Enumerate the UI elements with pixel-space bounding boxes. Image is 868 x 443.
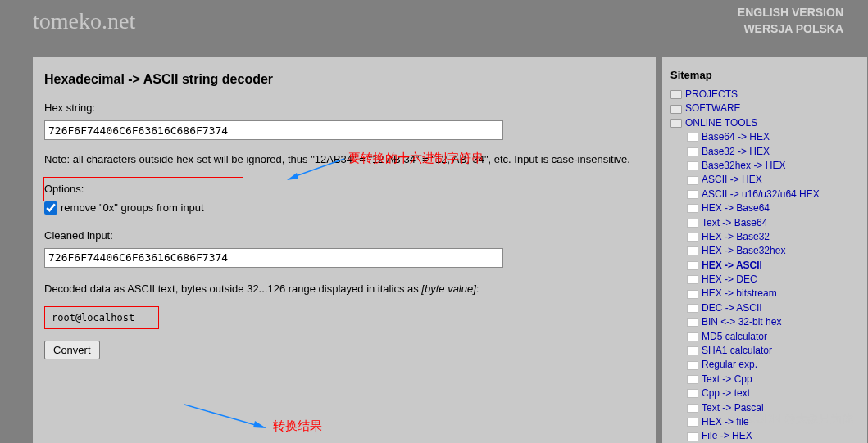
page-icon bbox=[687, 190, 698, 199]
cleaned-input-label: Cleaned input: bbox=[44, 229, 644, 242]
sitemap-tool-link[interactable]: Cpp -> text bbox=[702, 386, 750, 400]
sitemap-tool-link[interactable]: ASCII -> u16/u32/u64 HEX bbox=[702, 188, 820, 201]
page-icon bbox=[687, 332, 698, 341]
options-label: Options: bbox=[44, 183, 644, 195]
page-title: Hexadecimal -> ASCII string decoder bbox=[44, 72, 644, 87]
remove-0x-label: remove "0x" groups from input bbox=[61, 201, 204, 214]
convert-button[interactable]: Convert bbox=[44, 341, 100, 359]
sitemap-tool-link[interactable]: HEX -> bitstream bbox=[702, 287, 777, 301]
sitemap-tool-link[interactable]: Regular exp. bbox=[702, 358, 757, 372]
folder-icon bbox=[670, 105, 682, 114]
remove-0x-checkbox[interactable] bbox=[44, 201, 57, 215]
sitemap-tool-link[interactable]: ASCII -> HEX bbox=[702, 173, 762, 187]
sitemap-tool-link[interactable]: BIN <-> 32-bit hex bbox=[702, 315, 781, 329]
sitemap-top-link[interactable]: SOFTWARE bbox=[685, 102, 741, 115]
sitemap-tool-link[interactable]: DEC -> ASCII bbox=[702, 301, 762, 315]
cleaned-input[interactable] bbox=[44, 248, 503, 268]
sitemap-tool-link[interactable]: HEX -> Base64 bbox=[702, 201, 770, 215]
page-icon bbox=[687, 246, 698, 255]
sitemap-tool-link[interactable]: SHA1 calculator bbox=[702, 344, 772, 358]
folder-icon bbox=[670, 90, 682, 99]
site-logo[interactable]: tomeko.net bbox=[33, 8, 135, 34]
page-icon bbox=[687, 404, 698, 413]
annotation-arrow-2-icon bbox=[184, 401, 266, 430]
page-icon bbox=[687, 133, 698, 142]
page-icon bbox=[687, 147, 698, 156]
hex-string-input[interactable] bbox=[44, 120, 503, 140]
page-icon bbox=[687, 176, 698, 185]
page-icon bbox=[687, 275, 698, 284]
annotation-text-2: 转换结果 bbox=[273, 418, 322, 434]
lang-polish-link[interactable]: WERSJA POLSKA bbox=[743, 22, 843, 35]
svg-marker-1 bbox=[287, 173, 298, 180]
page-icon bbox=[687, 432, 698, 441]
sitemap-top-link[interactable]: ONLINE TOOLS bbox=[685, 116, 757, 130]
sitemap-top-link[interactable]: PROJECTS bbox=[685, 88, 738, 102]
page-icon bbox=[687, 204, 698, 213]
sitemap-tool-link[interactable]: MD5 calculator bbox=[702, 330, 767, 344]
sitemap-tool-link[interactable]: HEX -> Base32 bbox=[702, 230, 770, 244]
page-icon bbox=[687, 290, 698, 299]
decoded-output: root@localhost bbox=[44, 306, 159, 329]
page-icon bbox=[687, 261, 698, 270]
sitemap-title: Sitemap bbox=[670, 69, 859, 81]
page-icon bbox=[687, 346, 698, 355]
sitemap-tool-link[interactable]: Text -> Base64 bbox=[702, 216, 767, 230]
page-icon bbox=[687, 304, 698, 313]
sitemap-tool-link[interactable]: Text -> Pascal bbox=[702, 401, 764, 415]
sitemap-tool-link[interactable]: HEX -> ASCII bbox=[702, 259, 762, 273]
page-icon bbox=[687, 375, 698, 384]
sitemap-tool-link[interactable]: Text -> Cpp bbox=[702, 373, 752, 386]
lang-english-link[interactable]: ENGLISH VERSION bbox=[738, 6, 843, 19]
sitemap-tool-link[interactable]: Base32hex -> HEX bbox=[702, 159, 785, 173]
svg-line-2 bbox=[184, 405, 258, 426]
annotation-text-1: 要转换的十六进制字符串 bbox=[348, 151, 484, 166]
sidebar: Sitemap PROJECTSSOFTWAREONLINE TOOLSBase… bbox=[662, 57, 867, 443]
page-icon bbox=[687, 233, 698, 242]
sitemap-tool-link[interactable]: HEX -> file bbox=[702, 415, 749, 429]
folder-icon bbox=[670, 119, 682, 128]
hex-string-label: Hex string: bbox=[44, 102, 644, 114]
sitemap-tool-link[interactable]: Base32 -> HEX bbox=[702, 145, 770, 159]
sitemap-tool-link[interactable]: HEX -> Base32hex bbox=[702, 244, 785, 258]
sitemap-tool-link[interactable]: File -> HEX bbox=[702, 429, 752, 443]
page-icon bbox=[687, 219, 698, 228]
page-icon bbox=[687, 418, 698, 427]
sitemap-tool-link[interactable]: Base64 -> HEX bbox=[702, 130, 770, 144]
page-icon bbox=[687, 161, 698, 170]
page-icon bbox=[687, 389, 698, 398]
page-icon bbox=[687, 361, 698, 370]
svg-marker-3 bbox=[253, 421, 266, 428]
sitemap-tool-link[interactable]: HEX -> DEC bbox=[702, 273, 757, 287]
note-text: Note: all characters outside hex set wil… bbox=[44, 151, 634, 168]
main-panel: Hexadecimal -> ASCII string decoder Hex … bbox=[33, 57, 656, 443]
decoded-label: Decoded data as ASCII text, bytes outsid… bbox=[44, 283, 644, 295]
page-icon bbox=[687, 318, 698, 327]
